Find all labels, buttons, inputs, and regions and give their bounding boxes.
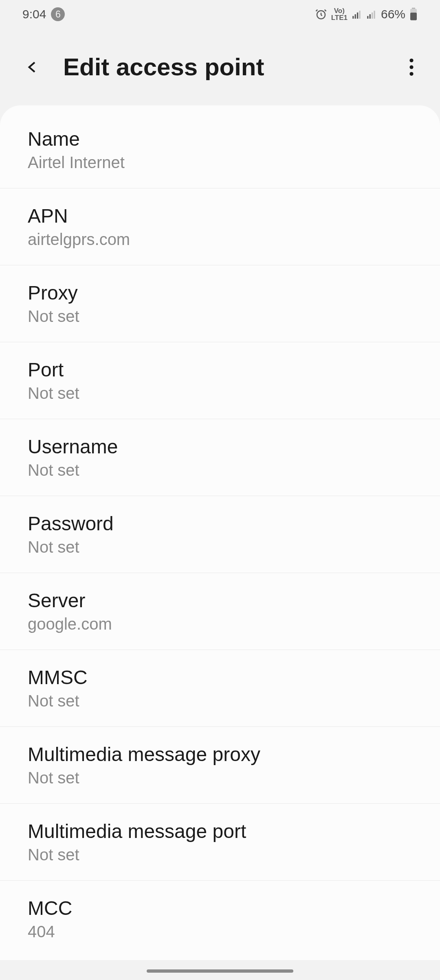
signal-1-icon	[352, 9, 362, 20]
status-right: Vo)LTE1 66%	[315, 7, 418, 21]
setting-value: Not set	[28, 769, 412, 787]
svg-rect-5	[367, 16, 368, 19]
setting-label: MMSC	[28, 666, 412, 689]
setting-value: Not set	[28, 692, 412, 710]
setting-value: Airtel Internet	[28, 153, 412, 172]
svg-rect-8	[374, 11, 375, 19]
setting-label: Multimedia message port	[28, 820, 412, 842]
svg-rect-11	[410, 13, 417, 20]
setting-value: Not set	[28, 307, 412, 326]
setting-label: MCC	[28, 897, 412, 919]
setting-label: Multimedia message proxy	[28, 743, 412, 766]
setting-value: airtelgprs.com	[28, 230, 412, 249]
svg-rect-6	[370, 14, 371, 19]
setting-proxy[interactable]: Proxy Not set	[0, 265, 440, 342]
setting-mms-port[interactable]: Multimedia message port Not set	[0, 804, 440, 881]
setting-name[interactable]: Name Airtel Internet	[0, 112, 440, 188]
setting-apn[interactable]: APN airtelgprs.com	[0, 188, 440, 265]
setting-mcc[interactable]: MCC 404	[0, 881, 440, 957]
volte-icon: Vo)LTE1	[331, 7, 348, 21]
setting-label: Name	[28, 128, 412, 150]
settings-card: Name Airtel Internet APN airtelgprs.com …	[0, 105, 440, 960]
alarm-icon	[315, 8, 327, 20]
svg-rect-2	[355, 14, 356, 19]
back-button[interactable]	[20, 55, 45, 79]
status-bar: 9:04 6 Vo)LTE1	[0, 0, 440, 28]
chevron-left-icon	[24, 57, 41, 77]
battery-icon	[409, 8, 418, 21]
svg-point-12	[409, 58, 413, 62]
setting-value: Not set	[28, 384, 412, 402]
setting-label: Port	[28, 359, 412, 381]
signal-2-icon	[366, 9, 377, 20]
svg-rect-7	[372, 13, 373, 19]
svg-rect-9	[412, 8, 415, 9]
svg-rect-4	[359, 11, 360, 19]
more-options-button[interactable]	[399, 55, 424, 79]
setting-value: Not set	[28, 846, 412, 864]
more-vertical-icon	[409, 58, 414, 76]
page-header: Edit access point	[0, 28, 440, 105]
setting-value: Not set	[28, 538, 412, 556]
setting-server[interactable]: Server google.com	[0, 573, 440, 650]
setting-value: Not set	[28, 461, 412, 479]
home-indicator[interactable]	[147, 969, 293, 973]
setting-port[interactable]: Port Not set	[0, 342, 440, 419]
setting-label: Proxy	[28, 282, 412, 304]
notification-count-badge: 6	[51, 7, 65, 21]
setting-label: APN	[28, 205, 412, 227]
setting-label: Username	[28, 435, 412, 458]
svg-rect-1	[352, 16, 354, 19]
setting-mms-proxy[interactable]: Multimedia message proxy Not set	[0, 727, 440, 804]
setting-value: google.com	[28, 615, 412, 633]
svg-rect-3	[357, 13, 358, 19]
svg-point-14	[409, 72, 413, 75]
svg-point-13	[409, 65, 413, 69]
setting-label: Password	[28, 512, 412, 535]
setting-mmsc[interactable]: MMSC Not set	[0, 650, 440, 727]
setting-label: Server	[28, 589, 412, 612]
clock-time: 9:04	[22, 7, 46, 21]
page-title: Edit access point	[63, 53, 381, 81]
setting-value: 404	[28, 923, 412, 941]
setting-username[interactable]: Username Not set	[0, 419, 440, 496]
battery-percent: 66%	[381, 7, 405, 21]
setting-password[interactable]: Password Not set	[0, 496, 440, 573]
status-left: 9:04 6	[22, 7, 65, 21]
